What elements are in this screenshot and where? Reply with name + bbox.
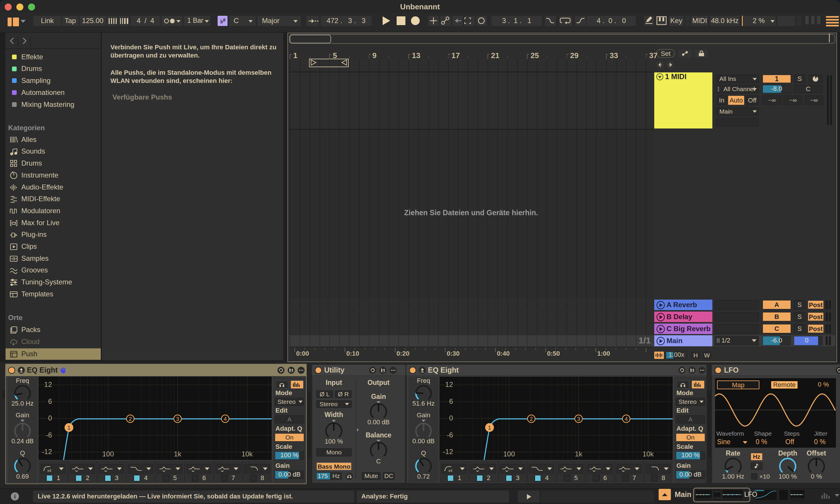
svg-text:12: 12 [44, 380, 52, 389]
svg-text:3: 3 [176, 416, 179, 422]
svg-text:12: 12 [445, 380, 453, 389]
svg-text:3: 3 [577, 416, 580, 422]
svg-text:1k: 1k [575, 450, 583, 458]
svg-text:100: 100 [102, 450, 114, 458]
svg-text:100: 100 [503, 450, 515, 458]
svg-text:2: 2 [530, 416, 533, 422]
svg-text:x4: x4 [47, 468, 51, 473]
svg-text:4: 4 [625, 416, 628, 422]
svg-text:10k: 10k [242, 450, 253, 458]
svg-text:6: 6 [48, 397, 52, 405]
svg-text:-12: -12 [42, 448, 52, 455]
svg-text:x4: x4 [448, 468, 452, 473]
svg-text:0: 0 [48, 414, 52, 422]
svg-text:-6: -6 [447, 431, 453, 439]
svg-text:1: 1 [68, 425, 71, 431]
svg-text:2: 2 [129, 416, 132, 422]
svg-text:4: 4 [224, 416, 227, 422]
svg-text:6: 6 [449, 397, 453, 405]
svg-text:1: 1 [488, 425, 491, 431]
svg-text:-6: -6 [46, 431, 52, 439]
svg-text:#: # [223, 17, 226, 23]
svg-text:0: 0 [449, 414, 453, 422]
svg-text:1k: 1k [174, 450, 181, 458]
svg-text:-12: -12 [443, 448, 453, 455]
